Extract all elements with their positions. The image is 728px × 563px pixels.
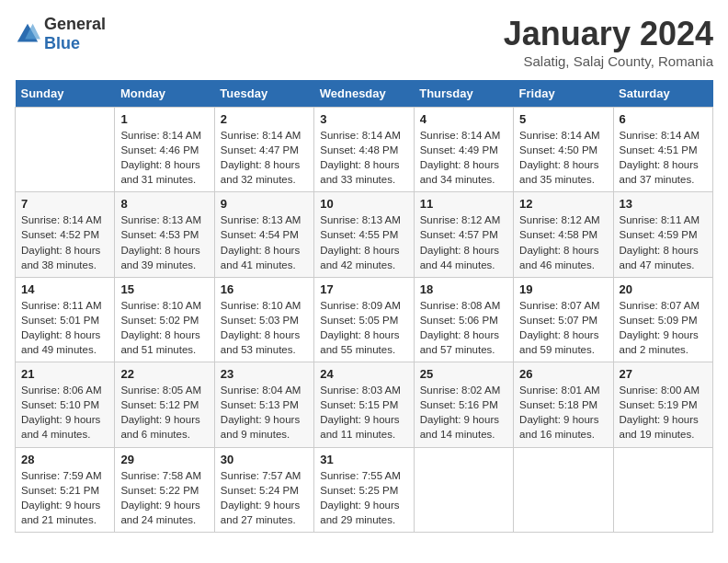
main-title: January 2024 [504, 15, 713, 53]
header-row: Sunday Monday Tuesday Wednesday Thursday… [16, 80, 713, 108]
table-row: 30Sunrise: 7:57 AMSunset: 5:24 PMDayligh… [214, 447, 313, 532]
table-row: 14Sunrise: 8:11 AMSunset: 5:01 PMDayligh… [16, 277, 115, 362]
table-row [514, 447, 613, 532]
table-row: 17Sunrise: 8:09 AMSunset: 5:05 PMDayligh… [314, 277, 414, 362]
table-row: 4Sunrise: 8:14 AMSunset: 4:49 PMDaylight… [414, 108, 513, 192]
table-row: 10Sunrise: 8:13 AMSunset: 4:55 PMDayligh… [314, 192, 414, 277]
title-area: January 2024 Salatig, Salaj County, Roma… [504, 15, 713, 69]
table-row: 15Sunrise: 8:10 AMSunset: 5:02 PMDayligh… [115, 277, 214, 362]
table-row [414, 447, 513, 532]
col-tuesday: Tuesday [214, 80, 313, 108]
table-row [613, 447, 712, 532]
logo: General Blue [15, 15, 106, 53]
logo-general: General [44, 15, 106, 33]
table-row: 27Sunrise: 8:00 AMSunset: 5:19 PMDayligh… [613, 362, 712, 447]
table-row: 13Sunrise: 8:11 AMSunset: 4:59 PMDayligh… [613, 192, 712, 277]
calendar-body: 1Sunrise: 8:14 AMSunset: 4:46 PMDaylight… [16, 108, 713, 533]
col-wednesday: Wednesday [314, 80, 414, 108]
table-row: 3Sunrise: 8:14 AMSunset: 4:48 PMDaylight… [314, 108, 414, 192]
table-row: 24Sunrise: 8:03 AMSunset: 5:15 PMDayligh… [314, 362, 414, 447]
col-monday: Monday [115, 80, 214, 108]
table-row: 28Sunrise: 7:59 AMSunset: 5:21 PMDayligh… [16, 447, 115, 532]
table-row: 31Sunrise: 7:55 AMSunset: 5:25 PMDayligh… [314, 447, 414, 532]
col-saturday: Saturday [613, 80, 712, 108]
table-row: 7Sunrise: 8:14 AMSunset: 4:52 PMDaylight… [16, 192, 115, 277]
subtitle: Salatig, Salaj County, Romania [504, 53, 713, 69]
table-row: 19Sunrise: 8:07 AMSunset: 5:07 PMDayligh… [514, 277, 613, 362]
table-row [16, 108, 115, 192]
table-row: 29Sunrise: 7:58 AMSunset: 5:22 PMDayligh… [115, 447, 214, 532]
table-row: 9Sunrise: 8:13 AMSunset: 4:54 PMDaylight… [214, 192, 313, 277]
logo-text: General Blue [44, 15, 106, 53]
table-row: 1Sunrise: 8:14 AMSunset: 4:46 PMDaylight… [115, 108, 214, 192]
table-row: 11Sunrise: 8:12 AMSunset: 4:57 PMDayligh… [414, 192, 513, 277]
table-row: 16Sunrise: 8:10 AMSunset: 5:03 PMDayligh… [214, 277, 313, 362]
table-row: 26Sunrise: 8:01 AMSunset: 5:18 PMDayligh… [514, 362, 613, 447]
table-row: 21Sunrise: 8:06 AMSunset: 5:10 PMDayligh… [16, 362, 115, 447]
table-row: 6Sunrise: 8:14 AMSunset: 4:51 PMDaylight… [613, 108, 712, 192]
table-row: 20Sunrise: 8:07 AMSunset: 5:09 PMDayligh… [613, 277, 712, 362]
col-sunday: Sunday [16, 80, 115, 108]
table-row: 25Sunrise: 8:02 AMSunset: 5:16 PMDayligh… [414, 362, 513, 447]
logo-icon [15, 21, 40, 47]
col-friday: Friday [514, 80, 613, 108]
header: General Blue January 2024 Salatig, Salaj… [15, 15, 713, 69]
table-row: 5Sunrise: 8:14 AMSunset: 4:50 PMDaylight… [514, 108, 613, 192]
col-thursday: Thursday [414, 80, 513, 108]
table-row: 22Sunrise: 8:05 AMSunset: 5:12 PMDayligh… [115, 362, 214, 447]
table-row: 12Sunrise: 8:12 AMSunset: 4:58 PMDayligh… [514, 192, 613, 277]
logo-blue: Blue [44, 34, 80, 52]
table-row: 8Sunrise: 8:13 AMSunset: 4:53 PMDaylight… [115, 192, 214, 277]
table-row: 23Sunrise: 8:04 AMSunset: 5:13 PMDayligh… [214, 362, 313, 447]
table-row: 18Sunrise: 8:08 AMSunset: 5:06 PMDayligh… [414, 277, 513, 362]
table-row: 2Sunrise: 8:14 AMSunset: 4:47 PMDaylight… [214, 108, 313, 192]
calendar-table: Sunday Monday Tuesday Wednesday Thursday… [15, 80, 713, 533]
